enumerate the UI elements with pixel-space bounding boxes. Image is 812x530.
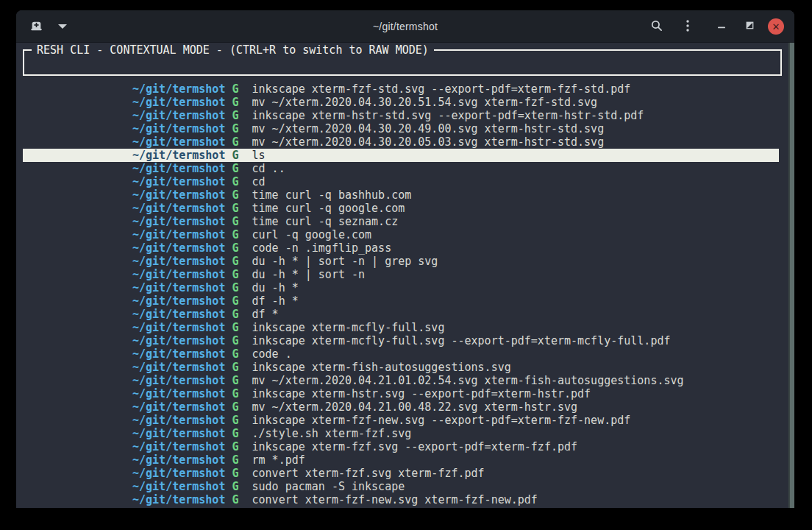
kebab-menu-icon [682,19,694,35]
cwd-path: ~/git/termshot [132,96,225,109]
titlebar-left-controls [26,10,72,43]
history-row[interactable]: ~/git/termshotGcode -n .imgflip_pass [23,241,779,255]
git-flag: G [232,255,238,268]
search-icon [650,19,663,35]
new-tab-icon [30,19,43,34]
cwd-path: ~/git/termshot [132,202,225,215]
history-row[interactable]: ~/git/termshotGcurl -q google.com [23,228,779,241]
history-row[interactable]: ~/git/termshotGdf * [23,308,779,321]
chevron-down-icon [58,24,67,29]
history-row[interactable]: ~/git/termshotGconvert xterm-fzf-new.svg… [23,493,779,506]
git-flag: G [232,321,238,334]
history-row[interactable]: ~/git/termshotG./style.sh xterm-fzf.svg [23,427,779,440]
history-row[interactable]: ~/git/termshotGdu -h * | sort -n [23,268,779,281]
search-button[interactable] [647,17,666,36]
history-row[interactable]: ~/git/termshotGmv ~/xterm.2020.04.30.20.… [23,122,779,135]
history-row[interactable]: ~/git/termshotGinkscape xterm-mcfly-full… [23,321,779,334]
command-text: mv ~/xterm.2020.04.21.01.02.54.svg xterm… [252,374,684,387]
history-row[interactable]: ~/git/termshotGconvert xterm-fzf.svg xte… [23,467,779,480]
restore-icon [744,20,755,33]
cwd-path: ~/git/termshot [132,228,225,241]
cwd-path: ~/git/termshot [132,255,225,268]
cwd-path: ~/git/termshot [132,480,225,493]
git-flag: G [232,82,238,96]
git-flag: G [232,241,238,255]
cwd-path: ~/git/termshot [132,268,225,281]
git-flag: G [232,96,238,109]
history-row[interactable]: ~/git/termshotGdf -h * [23,294,779,308]
git-flag: G [232,162,238,175]
cwd-path: ~/git/termshot [132,400,225,414]
command-text: ./style.sh xterm-fzf.svg [252,427,412,440]
command-text: du -h * [252,281,299,294]
cwd-path: ~/git/termshot [132,414,225,427]
git-flag: G [232,202,238,215]
git-flag: G [232,374,238,387]
tab-dropdown-button[interactable] [53,17,72,36]
history-row[interactable]: ~/git/termshotGinkscape xterm-mcfly-full… [23,334,779,347]
command-text: convert xterm-fzf.svg xterm-fzf.pdf [252,467,485,480]
command-text: du -h * | sort -n [252,268,366,281]
history-row[interactable]: ~/git/termshotGinkscape xterm-fzf-new.sv… [23,414,779,427]
git-flag: G [232,122,238,135]
desktop-background: ~/git/termshot [0,0,812,530]
restore-button[interactable] [740,17,759,36]
history-row[interactable]: ~/git/termshotGcd .. [23,162,779,175]
git-flag: G [232,427,238,440]
cwd-path: ~/git/termshot [132,308,225,321]
history-row[interactable]: ~/git/termshotGdu -h * [23,281,779,294]
git-flag: G [232,308,238,321]
command-text: du -h * | sort -n | grep svg [252,255,438,268]
command-text: inkscape xterm-fzf-std.svg --export-pdf=… [252,82,631,96]
git-flag: G [232,440,238,453]
command-text: inkscape xterm-fish-autosuggestions.svg [252,361,511,374]
cwd-path: ~/git/termshot [132,493,225,506]
history-row[interactable]: ~/git/termshotGtime curl -q bashhub.com [23,188,779,202]
command-text: cd .. [252,162,285,175]
history-row[interactable]: ~/git/termshotGcd [23,175,779,188]
history-row[interactable]: ~/git/termshotGinkscape xterm-hstr-std.s… [23,109,779,122]
history-row[interactable]: ~/git/termshotGtime curl -q google.com [23,202,779,215]
git-flag: G [232,268,238,281]
minimize-button[interactable] [712,17,731,36]
command-text: mv ~/xterm.2020.04.21.00.48.22.svg xterm… [252,400,578,414]
cwd-path: ~/git/termshot [132,427,225,440]
command-text: inkscape xterm-hstr-std.svg --export-pdf… [252,109,644,122]
history-row[interactable]: ~/git/termshotGinkscape xterm-fzf.svg --… [23,440,779,453]
new-tab-button[interactable] [26,17,46,36]
resh-search-box[interactable]: RESH CLI - CONTEXTUAL MODE - (CTRL+R to … [23,49,782,76]
minimize-icon [716,20,727,34]
cwd-path: ~/git/termshot [132,294,225,308]
command-text: df * [252,308,279,321]
git-flag: G [232,414,238,427]
history-row[interactable]: ~/git/termshotGinkscape xterm-fzf-std.sv… [23,82,779,96]
cwd-path: ~/git/termshot [132,374,225,387]
titlebar-right-controls: ✕ [647,10,786,43]
git-flag: G [232,215,238,228]
scrollbar[interactable] [788,43,794,508]
command-text: time curl -q bashhub.com [252,188,412,202]
command-text: cd [252,175,266,188]
history-row[interactable]: ~/git/termshotGrm *.pdf [23,453,779,467]
history-row[interactable]: ~/git/termshotGinkscape xterm-fish-autos… [23,361,779,374]
terminal-content: RESH CLI - CONTEXTUAL MODE - (CTRL+R to … [16,43,794,508]
close-button[interactable]: ✕ [766,17,786,36]
history-row[interactable]: ~/git/termshotGdu -h * | sort -n | grep … [23,255,779,268]
history-row[interactable]: ~/git/termshotGls [23,149,779,162]
menu-button[interactable] [678,17,697,36]
history-row[interactable]: ~/git/termshotGtime curl -q seznam.cz [23,215,779,228]
cwd-path: ~/git/termshot [132,334,225,347]
history-row[interactable]: ~/git/termshotGinkscape xterm-hstr.svg -… [23,387,779,400]
git-flag: G [232,281,238,294]
history-row[interactable]: ~/git/termshotGmv ~/xterm.2020.04.21.01.… [23,374,779,387]
history-row[interactable]: ~/git/termshotGmv ~/xterm.2020.04.21.00.… [23,400,779,414]
cwd-path: ~/git/termshot [132,361,225,374]
command-text: mv ~/xterm.2020.04.30.20.49.00.svg xterm… [252,122,605,135]
history-row[interactable]: ~/git/termshotGcode . [23,347,779,361]
history-row[interactable]: ~/git/termshotGmv ~/xterm.2020.04.30.20.… [23,96,779,109]
titlebar: ~/git/termshot [16,10,794,43]
git-flag: G [232,480,238,493]
history-row[interactable]: ~/git/termshotGmv ~/xterm.2020.04.30.20.… [23,135,779,149]
cwd-path: ~/git/termshot [132,109,225,122]
history-row[interactable]: ~/git/termshotGsudo pacman -S inkscape [23,480,779,493]
